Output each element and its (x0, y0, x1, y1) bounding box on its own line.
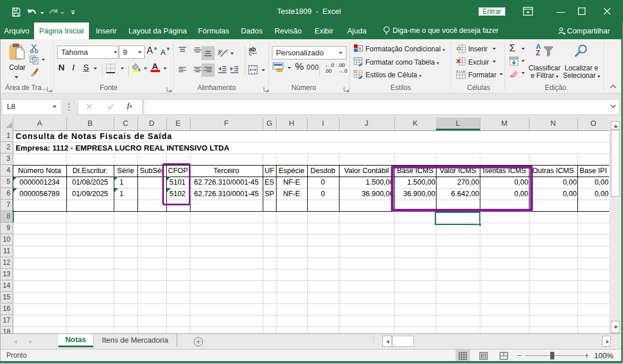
svg-text:ab: ab (218, 48, 223, 57)
